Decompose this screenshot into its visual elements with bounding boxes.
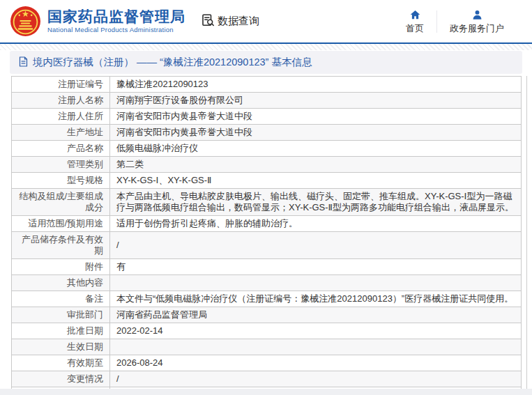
row-label: 产品储存条件及有效期 [12,232,110,259]
row-label: 注册人名称 [12,93,110,109]
user-icon [471,8,483,21]
row-label: 批准日期 [12,323,110,339]
agency-title-block: 国家药品监督管理局 National Medical Products Admi… [47,8,185,34]
row-value [110,275,522,291]
row-label-text: 结构及组成/主要组成成分 [19,191,103,212]
row-label: 适用范围/预期用途 [12,216,110,232]
agency-name-cn: 国家药品监督管理局 [47,8,185,25]
row-label: 附件 [12,259,110,275]
table-row: 产品储存条件及有效期/ [12,232,522,259]
row-value: 第二类 [110,157,522,173]
row-value: 低频电磁脉冲治疗仪 [110,141,522,157]
row-label: 管理类别 [12,157,110,173]
row-label-text: 附件 [85,261,103,272]
row-value [110,339,522,355]
row-label: 注册证编号 [12,77,110,93]
document-search-icon [201,13,215,29]
row-value: 河南省药品监督管理局 [110,307,522,323]
table-row: 备注本文件与“低频电磁脉冲治疗仪（注册证编号：豫械注准20212090123）”… [12,291,522,307]
row-value: / [110,232,522,259]
row-label-text: 管理类别 [67,159,103,169]
table-row: 审批部门河南省药品监督管理局 [12,307,522,323]
header-nav: 首页 政务服务门户 [393,8,517,35]
row-value: 适用于创伤骨折引起疼痛、肿胀的辅助治疗。 [110,216,522,232]
row-value: 本文件与“低频电磁脉冲治疗仪（注册证编号：豫械注准20212090123）”医疗… [110,291,522,307]
nav-home-label: 首页 [406,22,424,35]
table-row: 型号规格XY-K-GS-Ⅰ、XY-K-GS-Ⅱ [12,173,522,189]
table-row: 批准日期2022-02-14 [12,323,522,339]
table-row: 生产地址河南省安阳市内黄县帝誉大道中段 [12,125,522,141]
table-row: 附件有 [12,259,522,275]
row-value: 2022-02-14 [110,323,522,339]
info-table-wrapper: 注册证编号豫械注准20212090123注册人名称河南翔宇医疗设备股份有限公司注… [11,76,527,395]
row-value: / [110,371,522,387]
table-row: 其他内容 [12,275,522,291]
site-header: 国家药品监督管理局 National Medical Products Admi… [0,0,532,42]
row-label: 备注 [12,291,110,307]
row-label: 注册人住所 [12,109,110,125]
nav-portal-label: 政务服务门户 [450,22,504,35]
row-value: XY-K-GS-Ⅰ、XY-K-GS-Ⅱ [110,173,522,189]
data-query-tab[interactable]: 数据查询 [201,13,259,29]
row-label-text: 型号规格 [67,175,103,185]
table-row: 生效日期 [12,339,522,355]
section-title-bar: 境内医疗器械（注册） —— “豫械注准20212090123” 基本信息 [10,51,522,74]
agency-name-en: National Medical Products Administration [47,25,185,34]
row-label: 其他内容 [12,275,110,291]
table-row: 产品名称低频电磁脉冲治疗仪 [12,141,522,157]
table-row: 注册人住所河南省安阳市内黄县帝誉大道中段 [12,109,522,125]
row-value: 本产品由主机、导电粘胶皮肤电极片、输出线、磁疗头、固定带、推车组成。XY-K-G… [110,189,522,216]
table-row: 结构及组成/主要组成成分本产品由主机、导电粘胶皮肤电极片、输出线、磁疗头、固定带… [12,189,522,216]
row-label: 审批部门 [12,307,110,323]
nav-home[interactable]: 首页 [393,8,436,35]
row-label: 型号规格 [12,173,110,189]
row-label: 结构及组成/主要组成成分 [12,189,110,216]
document-icon [19,56,28,69]
row-value: 有 [110,259,522,275]
hatch-strip [0,44,532,50]
row-label-text: 产品名称 [67,143,103,153]
row-label-text: 注册人住所 [58,111,103,121]
row-label-text: 有效期至 [67,357,103,368]
row-label-text: 其他内容 [67,277,103,288]
row-label-text: 生产地址 [67,127,103,137]
row-label: 变更情况 [12,371,110,387]
row-label-text: 注册证编号 [58,79,103,89]
row-label-text: 适用范围/预期用途 [28,218,103,229]
table-row: 管理类别第二类 [12,157,522,173]
row-label: 产品名称 [12,141,110,157]
row-value: 河南翔宇医疗设备股份有限公司 [110,93,522,109]
info-table: 注册证编号豫械注准20212090123注册人名称河南翔宇医疗设备股份有限公司注… [11,76,522,395]
home-icon [409,8,421,21]
info-table-body: 注册证编号豫械注准20212090123注册人名称河南翔宇医疗设备股份有限公司注… [12,77,522,395]
row-label-text: 注册人名称 [58,95,103,105]
row-label-text: 审批部门 [67,309,103,320]
table-row: 注册人名称河南翔宇医疗设备股份有限公司 [12,93,522,109]
table-row: 有效期至2026-08-24 [12,355,522,371]
row-label: 生产地址 [12,125,110,141]
row-value: 豫械注准20212090123 [110,77,522,93]
table-row: 适用范围/预期用途适用于创伤骨折引起疼痛、肿胀的辅助治疗。 [12,216,522,232]
row-label: 有效期至 [12,355,110,371]
national-emblem-logo [10,6,41,37]
nav-portal[interactable]: 政务服务门户 [437,8,517,35]
table-row: 注册证编号豫械注准20212090123 [12,77,522,93]
row-label-text: 变更情况 [67,373,103,384]
data-query-label: 数据查询 [218,15,259,28]
row-value: 河南省安阳市内黄县帝誉大道中段 [110,125,522,141]
row-value: 2026-08-24 [110,355,522,371]
row-label-text: 生效日期 [67,341,103,352]
row-label: 生效日期 [12,339,110,355]
row-value: 河南省安阳市内黄县帝誉大道中段 [110,109,522,125]
section-title-text: 境内医疗器械（注册） —— “豫械注准20212090123” 基本信息 [33,56,312,69]
footer-strip [0,389,532,395]
row-label-text: 备注 [85,293,103,304]
row-label-text: 批准日期 [67,325,103,336]
table-row: 变更情况/ [12,371,522,387]
row-label-text: 产品储存条件及有效期 [22,234,103,256]
